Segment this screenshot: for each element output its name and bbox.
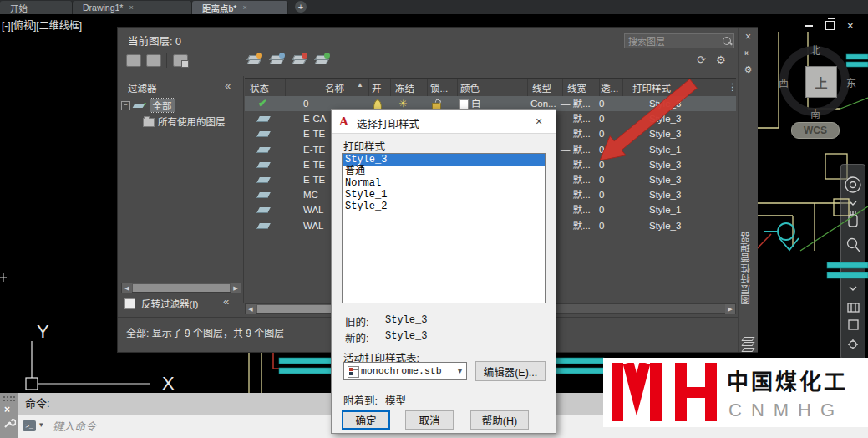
search-input[interactable] — [627, 34, 722, 49]
plot-style-listbox[interactable]: Style_3普通NormalStyle_1Style_2 — [342, 153, 546, 303]
chevron-down-icon[interactable]: ▾ — [458, 366, 462, 375]
palette-close-icon[interactable]: × — [739, 31, 758, 43]
collapse-icon[interactable]: « — [223, 295, 229, 308]
layer-name[interactable]: WAL — [303, 218, 324, 233]
new-layer-vp-frozen-button[interactable] — [270, 55, 282, 64]
plot-style-option[interactable]: Style_1 — [343, 189, 545, 201]
plot-style-table-dropdown[interactable]: monochrome.stb ▾ — [343, 362, 467, 380]
col-lock[interactable]: 锁... — [430, 81, 448, 94]
filter-item-used-layers[interactable]: 所有使用的图层 — [121, 114, 265, 129]
tab-current-drawing[interactable]: 距离点b* × — [192, 1, 288, 14]
layer-lineweight[interactable]: — 默... — [561, 218, 591, 233]
table-file-icon — [348, 366, 359, 378]
tab-label: 距离点b* — [202, 2, 236, 14]
watermark-en-text: CNMHG — [728, 400, 844, 421]
help-button[interactable]: 帮助(H) — [470, 410, 529, 430]
tab-close-icon[interactable]: × — [129, 3, 133, 12]
col-color[interactable]: 颜色 — [460, 81, 480, 94]
cancel-button[interactable]: 取消 — [405, 410, 454, 430]
scroll-right-icon[interactable]: ▶ — [725, 304, 735, 314]
dialog-title: 选择打印样式 — [357, 115, 419, 131]
col-freeze[interactable]: 冻结 — [395, 81, 414, 94]
layer-name[interactable]: E-TE — [303, 126, 325, 141]
folder-icon — [143, 118, 155, 127]
scroll-left-icon[interactable]: ◀ — [122, 283, 132, 293]
layer-search-box[interactable] — [624, 33, 734, 48]
attached-to-value: 模型 — [385, 392, 406, 408]
layer-lineweight[interactable]: — 默... — [561, 202, 591, 217]
column-divider — [285, 79, 286, 96]
filter-scrollbar[interactable]: ◀ ▶ — [121, 283, 241, 293]
layer-count-status: 全部: 显示了 9 个图层，共 9 个图层 — [126, 325, 284, 339]
col-name[interactable]: 名称 — [325, 81, 344, 94]
tree-collapse-icon[interactable]: − — [121, 101, 130, 110]
layer-name[interactable]: E-CA — [303, 111, 326, 126]
plot-style-option[interactable]: Normal — [343, 177, 545, 189]
palette-properties-gear-icon[interactable]: ⚙ — [739, 64, 758, 75]
select-plot-style-dialog: A 选择打印样式 × 打印样式 Style_3普通NormalStyle_1St… — [331, 109, 556, 434]
layer-state-manager-button[interactable] — [173, 54, 188, 67]
scroll-left-icon[interactable]: ◀ — [246, 304, 256, 314]
plot-style-option[interactable]: 普通 — [343, 166, 545, 177]
command-close-icon[interactable]: × — [4, 404, 10, 415]
new-layer-button[interactable] — [247, 55, 260, 64]
settings-gear-icon[interactable]: ⚙ — [716, 53, 726, 66]
layer-name[interactable]: MC — [303, 187, 318, 202]
layer-transparency[interactable]: 0 — [599, 187, 604, 202]
layer-plotstyle[interactable]: Style_3 — [649, 218, 681, 233]
grip-dots-icon — [3, 395, 16, 402]
tab-start[interactable]: 开始 — [0, 1, 73, 14]
layer-filter-new-button[interactable] — [146, 54, 161, 67]
invert-filter-control[interactable]: 反转过滤器(I) — [124, 297, 198, 310]
brand-monogram-icon — [612, 363, 718, 421]
chevron-down-icon[interactable]: ▾ — [39, 420, 43, 429]
plot-style-option[interactable]: Style_2 — [343, 201, 545, 212]
old-style-label: 旧的: — [345, 313, 368, 329]
col-linetype[interactable]: 线型 — [532, 81, 551, 94]
column-menu-icon[interactable]: ⋮ — [728, 81, 738, 93]
sort-asc-icon[interactable]: ▲ — [357, 81, 363, 89]
dialog-close-icon[interactable]: × — [536, 115, 542, 128]
palette-title-strip: × ⇤ ⚙ 图层特性管理器 — [738, 28, 758, 352]
ok-button[interactable]: 确定 — [342, 410, 390, 430]
plot-style-option[interactable]: Style_3 — [343, 154, 545, 166]
layer-states-button[interactable] — [126, 54, 141, 67]
watermark-logo: 中国煤化工 CNMHG — [603, 358, 868, 427]
layer-name[interactable]: 0 — [303, 96, 308, 111]
layer-status-icon — [258, 111, 269, 126]
layer-status-icon — [258, 142, 269, 157]
dialog-title-bar[interactable]: A 选择打印样式 × — [332, 110, 556, 134]
layer-plotstyle[interactable]: Style_1 — [649, 202, 681, 217]
layer-name[interactable]: E-TE — [303, 172, 325, 187]
set-current-layer-button[interactable] — [315, 55, 327, 64]
editor-button[interactable]: 编辑器(E)... — [475, 361, 546, 381]
layer-plotstyle[interactable]: Style_3 — [649, 187, 681, 202]
watermark-cn-text: 中国煤化工 — [727, 364, 848, 395]
layer-name[interactable]: E-TE — [303, 157, 325, 172]
scroll-right-icon[interactable]: ▶ — [231, 283, 241, 293]
layer-name[interactable]: E-TE — [303, 142, 325, 157]
tab-close-icon[interactable]: × — [242, 3, 246, 12]
col-on[interactable]: 开 — [372, 81, 382, 94]
toolbar-divider — [166, 53, 167, 68]
col-status[interactable]: 状态 — [250, 81, 269, 94]
filters-collapse-icon[interactable]: « — [225, 79, 231, 92]
delete-layer-button[interactable] — [292, 55, 305, 64]
filter-item-all[interactable]: − ✔ 全部 — [121, 98, 243, 113]
layer-lineweight[interactable]: — 默... — [561, 187, 591, 202]
invert-filter-checkbox[interactable] — [124, 298, 135, 309]
tab-drawing1[interactable]: Drawing1* × — [73, 1, 192, 14]
scrollbar-thumb[interactable] — [133, 284, 230, 292]
refresh-icon[interactable]: ⟳ — [697, 53, 706, 66]
wrench-icon[interactable] — [2, 416, 16, 430]
layer-name[interactable]: WAL — [303, 202, 324, 217]
plot-style-list-label: 打印样式 — [343, 138, 385, 154]
command-grip[interactable]: × — [0, 393, 18, 438]
command-prompt-icon: >_ — [23, 420, 36, 431]
palette-autohide-icon[interactable]: ⇤ — [739, 48, 758, 59]
layers-stack-icon — [743, 335, 754, 353]
invert-filter-label: 反转过滤器(I) — [141, 297, 198, 310]
new-tab-button[interactable]: + — [295, 1, 307, 13]
layer-transparency[interactable]: 0 — [599, 202, 604, 217]
layer-transparency[interactable]: 0 — [599, 218, 604, 233]
